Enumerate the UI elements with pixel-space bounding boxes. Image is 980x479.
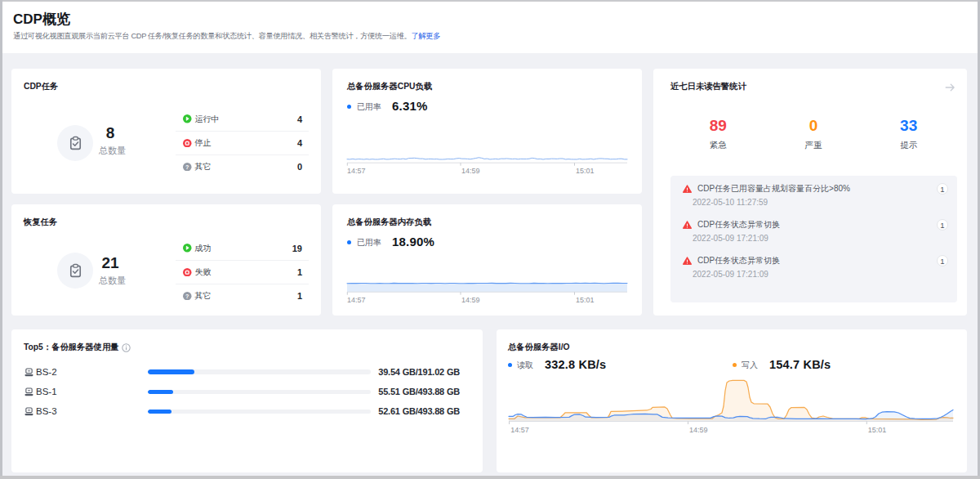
status-row-play: 运行中4 xyxy=(176,107,309,131)
axis-label: 15:01 xyxy=(576,296,595,304)
warning-triangle-icon xyxy=(683,221,692,229)
axis-label: 15:01 xyxy=(868,426,887,434)
alert-stat-value[interactable]: 33 xyxy=(861,116,956,135)
alert-item[interactable]: CDP任务已用容量占规划容量百分比>80%2022-05-10 11:27:59… xyxy=(683,181,948,217)
alert-item[interactable]: CDP任务状态异常切换2022-05-09 17:21:091 xyxy=(683,217,948,253)
arrow-right-icon xyxy=(945,83,955,92)
alert-stat-label: 提示 xyxy=(861,140,956,151)
status-row-play: 成功19 xyxy=(176,236,309,260)
top5-usage-value: 55.51 GB/493.88 GB xyxy=(371,387,460,396)
svg-text:?: ? xyxy=(185,293,189,299)
alert-item-time: 2022-05-10 11:27:59 xyxy=(693,198,948,207)
axis-label: 14:57 xyxy=(347,167,366,175)
top5-usage-value: 39.54 GB/191.02 GB xyxy=(371,367,460,377)
learn-more-link[interactable]: 了解更多 xyxy=(411,32,440,40)
cpu-line-chart: 14:5714:5915:01 xyxy=(347,69,627,163)
recovery-tasks-title: 恢复任务 xyxy=(24,217,57,228)
alert-stat-value[interactable]: 0 xyxy=(766,116,862,135)
status-value: 0 xyxy=(297,162,302,172)
play-status-icon xyxy=(183,114,192,123)
card-cdp-tasks: CDP任务 8 总数量 运行中4停止4?其它0 xyxy=(11,69,321,194)
status-value: 4 xyxy=(297,114,302,124)
top5-server-name: BS-1 xyxy=(36,387,148,396)
alert-item-title: CDP任务状态异常切换 xyxy=(697,219,780,231)
alert-list-panel: CDP任务已用容量占规划容量百分比>80%2022-05-10 11:27:59… xyxy=(670,176,957,302)
cdp-tasks-total: 8 总数量 xyxy=(78,124,143,156)
alert-item-title: CDP任务已用容量占规划容量百分比>80% xyxy=(697,183,850,195)
top5-usage-value: 52.61 GB/493.88 GB xyxy=(371,406,460,416)
status-label: 运行中 xyxy=(195,114,297,125)
recovery-tasks-total-label: 总数量 xyxy=(78,275,143,286)
cdp-tasks-total-value: 8 xyxy=(78,124,143,142)
alert-item-head: CDP任务状态异常切换 xyxy=(683,217,948,233)
alert-item-head: CDP任务已用容量占规划容量百分比>80% xyxy=(683,181,948,197)
window-edge-top xyxy=(0,0,980,2)
axis-label: 15:01 xyxy=(576,167,595,175)
backup-server-icon xyxy=(24,387,34,397)
window-edge-left xyxy=(0,0,2,479)
stop-status-icon xyxy=(183,139,192,148)
question-status-icon: ? xyxy=(183,163,192,172)
status-value: 1 xyxy=(297,291,302,301)
top5-progress-fill xyxy=(148,410,172,414)
top5-progress-fill xyxy=(148,369,194,374)
top5-server-name: BS-3 xyxy=(36,406,148,416)
cpu-load-svg xyxy=(347,69,627,168)
page-header: CDP概览 通过可视化视图直观展示当前云平台 CDP 任务/恢复任务的数量和状态… xyxy=(2,2,978,53)
axis-label: 14:57 xyxy=(510,426,529,434)
alert-item-head: CDP任务状态异常切换 xyxy=(683,253,948,269)
status-label: 其它 xyxy=(195,290,297,302)
cdp-tasks-status-list: 运行中4停止4?其它0 xyxy=(176,107,309,178)
top5-row-BS-2: BS-239.54 GB/191.02 GB xyxy=(24,362,460,382)
alerts-arrow-button[interactable] xyxy=(945,81,955,91)
alert-stat-紧急: 89紧急 xyxy=(670,116,766,151)
axis-label: 14:57 xyxy=(347,296,366,304)
cdp-tasks-total-label: 总数量 xyxy=(78,145,143,156)
status-row-question: ?其它1 xyxy=(176,284,309,307)
alert-count-badge: 1 xyxy=(937,219,948,231)
page-title: CDP概览 xyxy=(13,10,70,29)
io-line-chart: 14:5714:5915:01 xyxy=(509,329,953,422)
status-row-stop: 停止4 xyxy=(176,131,309,154)
alert-stat-严重: 0严重 xyxy=(766,116,862,151)
axis-label: 14:59 xyxy=(461,296,480,304)
question-status-icon: ? xyxy=(183,292,192,301)
status-label: 失败 xyxy=(195,266,297,278)
top5-progress-track xyxy=(148,390,371,395)
alert-item-time: 2022-05-09 17:21:09 xyxy=(693,234,948,243)
top5-rows: BS-239.54 GB/191.02 GBBS-155.51 GB/493.8… xyxy=(24,362,460,422)
warning-triangle-icon xyxy=(683,185,692,193)
play-status-icon xyxy=(183,244,192,253)
recovery-tasks-status-list: 成功19失败1?其它1 xyxy=(176,236,309,307)
alert-count-badge: 1 xyxy=(937,255,948,266)
alert-item-time: 2022-05-09 17:21:09 xyxy=(693,270,948,279)
status-label: 停止 xyxy=(195,137,297,149)
alerts-title: 近七日未读告警统计 xyxy=(670,81,746,92)
backup-server-icon xyxy=(24,406,34,417)
status-label: 其它 xyxy=(195,161,297,172)
top5-row-BS-3: BS-352.61 GB/493.88 GB xyxy=(24,401,460,421)
io-throughput-svg xyxy=(509,329,953,427)
alert-stat-label: 紧急 xyxy=(670,140,766,151)
info-icon[interactable] xyxy=(122,341,131,350)
top5-progress-track xyxy=(148,410,371,414)
page-subtitle: 通过可视化视图直观展示当前云平台 CDP 任务/恢复任务的数量和状态统计、容量使… xyxy=(13,31,440,42)
status-row-stop: 失败1 xyxy=(176,260,309,284)
status-row-question: ?其它0 xyxy=(176,154,309,178)
card-top5-usage: Top5：备份服务器使用量 BS-239.54 GB/191.02 GBBS-1… xyxy=(11,329,483,472)
svg-text:?: ? xyxy=(185,163,189,170)
alert-stat-label: 严重 xyxy=(766,140,862,151)
top5-title: Top5：备份服务器使用量 xyxy=(24,342,119,353)
info-circle-icon xyxy=(122,343,131,352)
top5-server-name: BS-2 xyxy=(36,367,148,377)
window-bottom-bar[interactable] xyxy=(0,476,980,479)
status-label: 成功 xyxy=(195,243,292,254)
axis-label: 14:59 xyxy=(689,426,708,434)
axis-label: 14:59 xyxy=(461,167,480,175)
alert-stat-value[interactable]: 89 xyxy=(670,116,766,135)
status-value: 19 xyxy=(292,244,302,253)
card-alerts: 近七日未读告警统计 89紧急0严重33提示 CDP任务已用容量占规划容量百分比>… xyxy=(653,69,967,316)
alert-item[interactable]: CDP任务状态异常切换2022-05-09 17:21:091 xyxy=(683,253,948,289)
backup-server-icon xyxy=(24,367,34,378)
cdp-tasks-title: CDP任务 xyxy=(24,81,58,92)
